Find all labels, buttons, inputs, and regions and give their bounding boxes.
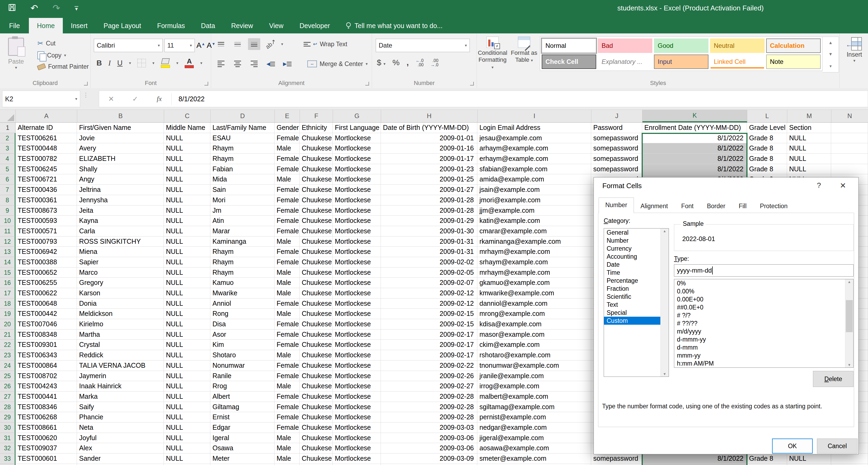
dialog-tab-number[interactable]: Number [599, 197, 634, 213]
cell-B7[interactable]: Jeltrina [77, 185, 164, 195]
cell-B31[interactable]: Joyful [77, 433, 164, 443]
italic-button[interactable]: I [108, 59, 111, 67]
dialog-tab-protection[interactable]: Protection [753, 199, 795, 213]
cell-B20[interactable]: Kirielmo [77, 319, 164, 330]
cell-G1[interactable]: First Language [333, 123, 381, 133]
cell-K1[interactable]: Enrollment Date (YYYY-MM-DD) [642, 123, 747, 133]
cell-H28[interactable]: 2009-02-28 [381, 402, 477, 412]
cell-B18[interactable]: Donia [77, 299, 164, 309]
column-header-I[interactable]: I [477, 110, 591, 122]
cell-C25[interactable]: NULL [164, 371, 210, 381]
cell-E30[interactable]: Female [275, 423, 300, 433]
cell-D7[interactable]: Sain [210, 185, 275, 195]
cell-E17[interactable]: Male [275, 288, 300, 299]
category-item-accounting[interactable]: Accounting [604, 252, 661, 260]
cell-F10[interactable]: Chuukese [300, 216, 333, 226]
row-header-15[interactable]: 15 [0, 268, 16, 278]
cell-E1[interactable]: Gender [275, 123, 300, 133]
row-header-18[interactable]: 18 [0, 299, 16, 309]
cell-G30[interactable]: Mortlockese [333, 423, 381, 433]
cell-G11[interactable]: Mortlockese [333, 226, 381, 237]
cell-B16[interactable]: Gregory [77, 278, 164, 288]
cell-D34[interactable]: Fiti [210, 464, 275, 465]
dialog-tab-font[interactable]: Font [675, 199, 700, 213]
tell-me-box[interactable]: Tell me what you want to do... [345, 18, 442, 33]
cell-D4[interactable]: Rhaym [210, 154, 275, 164]
cell-F24[interactable]: Chuukese [300, 361, 333, 371]
cell-M1[interactable]: Section [787, 123, 831, 133]
cell-I5[interactable]: sfabian@example.com [477, 164, 591, 175]
cell-D24[interactable]: Nonumwar [210, 361, 275, 371]
align-right-button[interactable] [248, 58, 260, 70]
cell-H24[interactable]: 2009-02-22 [381, 361, 477, 371]
conditional-formatting-button[interactable]: ≠ Conditional Formatting ▾ [477, 33, 508, 71]
cell-G19[interactable]: Mortlockese [333, 309, 381, 319]
cell-N33[interactable] [831, 454, 868, 464]
cell-I8[interactable]: jmori@example.com [477, 195, 591, 206]
cell-G20[interactable]: Mortlockese [333, 319, 381, 330]
cell-A30[interactable]: TEST008661 [16, 423, 77, 433]
cell-A18[interactable]: TEST000648 [16, 299, 77, 309]
cell-E4[interactable]: Female [275, 154, 300, 164]
cancel-button[interactable]: Cancel [817, 438, 858, 454]
cell-B30[interactable]: Neta [77, 423, 164, 433]
row-header-4[interactable]: 4 [0, 154, 16, 164]
font-color-button[interactable]: A [185, 58, 194, 68]
cell-style-note[interactable]: Note [766, 55, 821, 69]
tab-page-layout[interactable]: Page Layout [96, 18, 149, 33]
cell-E3[interactable]: Male [275, 143, 300, 154]
cell-H32[interactable]: 2009-03-06 [381, 443, 477, 454]
align-middle-button[interactable] [231, 38, 244, 50]
cell-E22[interactable]: Female [275, 340, 300, 350]
cell-I19[interactable]: mrong@example.com [477, 309, 591, 319]
cell-B5[interactable]: Shally [77, 164, 164, 175]
cell-H22[interactable]: 2009-02-17 [381, 340, 477, 350]
format-code-item[interactable]: m/d/yyyy [674, 328, 845, 335]
cell-G7[interactable]: Mortlockese [333, 185, 381, 195]
cell-A17[interactable]: TEST000622 [16, 288, 77, 299]
cell-A13[interactable]: TEST006942 [16, 247, 77, 257]
cell-D32[interactable]: Osawa [210, 443, 275, 454]
cell-F33[interactable]: Chuukese [300, 454, 333, 464]
gallery-scroll-strip[interactable]: ▲ ▼ ▾ [823, 37, 839, 72]
cell-G34[interactable]: Mortlockese [333, 464, 381, 465]
cell-H10[interactable]: 2009-01-29 [381, 216, 477, 226]
cell-B29[interactable]: Phancie [77, 412, 164, 423]
cell-B27[interactable]: Marka [77, 392, 164, 402]
cell-B21[interactable]: Martha [77, 330, 164, 340]
column-header-J[interactable]: J [591, 110, 643, 122]
cell-D21[interactable]: Asor [210, 330, 275, 340]
cell-B9[interactable]: Jeita [77, 206, 164, 216]
cell-D15[interactable]: Rhaym [210, 268, 275, 278]
cell-F2[interactable]: Chuukese [300, 133, 333, 144]
cell-H3[interactable]: 2009-01-16 [381, 143, 477, 154]
cell-G17[interactable]: Mortlockese [333, 288, 381, 299]
cell-I10[interactable]: katin@example.com [477, 216, 591, 226]
cell-B34[interactable]: Rashaad [77, 464, 164, 465]
cell-style-neutral[interactable]: Neutral [710, 38, 765, 53]
decrease-decimal-button[interactable]: .00→.0 [431, 59, 438, 67]
cell-C19[interactable]: NULL [164, 309, 210, 319]
cell-D18[interactable]: Anniol [210, 299, 275, 309]
cell-F20[interactable]: Chuukese [300, 319, 333, 330]
cell-B33[interactable]: Sander [77, 454, 164, 464]
cell-C15[interactable]: NULL [164, 268, 210, 278]
cell-A33[interactable]: TEST000601 [16, 454, 77, 464]
cell-B26[interactable]: Inaak Hainrick [77, 381, 164, 392]
cell-E6[interactable]: Male [275, 174, 300, 185]
row-header-19[interactable]: 19 [0, 309, 16, 319]
cell-G5[interactable]: Mortlockese [333, 164, 381, 175]
increase-indent-button[interactable]: ▶ [281, 58, 293, 70]
cell-A19[interactable]: TEST000442 [16, 309, 77, 319]
cell-K34[interactable]: 8/1/2022 [642, 464, 747, 465]
cell-F34[interactable]: Chuukese [300, 464, 333, 465]
cell-G21[interactable]: Mortlockese [333, 330, 381, 340]
cell-E16[interactable]: Male [275, 278, 300, 288]
cell-G13[interactable]: Mortlockese [333, 247, 381, 257]
cell-C7[interactable]: NULL [164, 185, 210, 195]
category-item-general[interactable]: General [604, 228, 661, 237]
row-header-10[interactable]: 10 [0, 216, 16, 226]
cell-B24[interactable]: TALIA VERNA JACOB [77, 361, 164, 371]
cell-B4[interactable]: ELIZABETH [77, 154, 164, 164]
cell-I22[interactable]: ckim@example.com [477, 340, 591, 350]
